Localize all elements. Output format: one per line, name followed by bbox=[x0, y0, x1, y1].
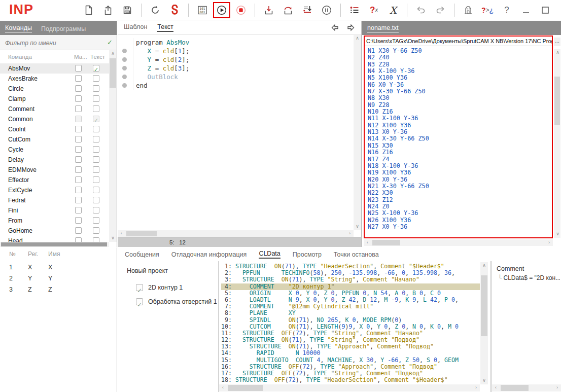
redo-button[interactable] bbox=[432, 2, 449, 18]
text-checkbox[interactable] bbox=[93, 75, 99, 82]
project-tree-root[interactable]: Новый проект bbox=[127, 267, 168, 274]
scroll-down-icon[interactable]: ∨ bbox=[354, 223, 361, 230]
cldata-horizontal-scrollbar[interactable]: ‹ › bbox=[219, 384, 480, 391]
command-row[interactable]: Circle bbox=[0, 84, 109, 94]
machine-button[interactable] bbox=[460, 2, 477, 18]
step-over-button[interactable] bbox=[279, 2, 297, 18]
macro-checkbox[interactable] bbox=[75, 126, 82, 132]
code-line[interactable]: OutBlock bbox=[118, 73, 354, 81]
scroll-thumb[interactable] bbox=[501, 385, 529, 391]
macro-checkbox[interactable] bbox=[75, 146, 82, 153]
new-document-button[interactable] bbox=[80, 2, 97, 18]
help-button[interactable]: ? bbox=[498, 2, 515, 18]
close-button[interactable] bbox=[556, 2, 561, 18]
watch-horizontal-scrollbar[interactable]: ‹ › bbox=[492, 384, 561, 391]
syntax-help-button[interactable]: ?>¿ bbox=[479, 2, 496, 18]
scroll-right-icon[interactable]: › bbox=[346, 230, 354, 237]
left-tab-0[interactable]: Команды bbox=[5, 24, 32, 32]
operation-checkbox[interactable] bbox=[136, 284, 143, 291]
evaluate-expression-button[interactable]: ?x bbox=[365, 2, 382, 18]
command-row[interactable]: AbsMov bbox=[0, 63, 109, 74]
text-checkbox[interactable] bbox=[93, 146, 99, 153]
scroll-track[interactable] bbox=[554, 56, 560, 231]
cldata-listing[interactable]: 1: STRUCTURE ON(71), TYPE "HeaderSection… bbox=[221, 263, 480, 384]
scroll-thumb[interactable] bbox=[110, 58, 116, 88]
command-row[interactable]: ExtCycle bbox=[0, 185, 109, 195]
macro-checkbox[interactable] bbox=[75, 187, 82, 193]
command-row[interactable]: From bbox=[0, 216, 109, 226]
command-row[interactable]: Cycle bbox=[0, 145, 109, 155]
scroll-thumb[interactable] bbox=[481, 275, 487, 336]
macro-checkbox[interactable] bbox=[75, 176, 82, 183]
reload-button[interactable] bbox=[147, 2, 164, 18]
command-row[interactable]: Delay bbox=[0, 155, 109, 165]
macro-checkbox[interactable] bbox=[75, 136, 82, 142]
command-row[interactable]: CutCom bbox=[0, 134, 109, 145]
undo-button[interactable] bbox=[412, 2, 430, 18]
template-code-editor[interactable]: program AbsMov X = cld[1]; Y = cld[2]; Z… bbox=[118, 35, 354, 230]
filter-input[interactable]: Фильтр по имени bbox=[0, 40, 56, 47]
project-tree-item[interactable]: Обработка отверстий 1 bbox=[136, 295, 216, 309]
command-row[interactable]: Head bbox=[0, 236, 109, 242]
operation-checkbox[interactable] bbox=[136, 298, 143, 305]
scroll-left-icon[interactable]: ‹ bbox=[364, 239, 371, 246]
command-row[interactable]: Comment bbox=[0, 104, 109, 114]
macro-checkbox[interactable] bbox=[75, 75, 82, 82]
macro-checkbox[interactable] bbox=[75, 166, 82, 173]
text-checkbox[interactable] bbox=[93, 126, 99, 132]
text-checkbox[interactable] bbox=[93, 217, 99, 224]
scroll-up-icon[interactable]: ∧ bbox=[109, 50, 117, 57]
command-row[interactable]: Effector bbox=[0, 175, 109, 185]
debug-tab-2[interactable]: CLData bbox=[259, 250, 280, 259]
scroll-thumb[interactable] bbox=[554, 77, 560, 125]
code-line[interactable]: end bbox=[118, 81, 354, 90]
scroll-track[interactable] bbox=[227, 384, 472, 391]
code-line[interactable]: program AbsMov bbox=[118, 38, 354, 47]
macro-checkbox[interactable] bbox=[75, 85, 82, 92]
macro-checkbox[interactable] bbox=[75, 65, 82, 72]
scroll-track[interactable] bbox=[480, 269, 488, 377]
editor-tab-0[interactable]: Шаблон bbox=[124, 23, 147, 32]
macro-checkbox[interactable] bbox=[75, 105, 82, 112]
scroll-track[interactable] bbox=[354, 42, 361, 223]
editor-horizontal-scrollbar[interactable]: ‹ › bbox=[118, 230, 354, 237]
scroll-right-icon[interactable]: › bbox=[545, 239, 553, 246]
editor-tab-1[interactable]: Текст bbox=[157, 23, 173, 32]
text-checkbox[interactable] bbox=[93, 237, 99, 242]
scroll-thumb[interactable] bbox=[126, 231, 157, 236]
binary-code-button[interactable]: 101001 bbox=[194, 2, 211, 18]
register-row[interactable]: 2YY bbox=[0, 273, 117, 284]
text-checkbox[interactable] bbox=[93, 136, 99, 142]
sprutcam-logo-button[interactable] bbox=[166, 2, 183, 18]
filter-apply-icon[interactable]: ✓ bbox=[107, 35, 113, 50]
browse-path-button[interactable]: ... bbox=[554, 38, 560, 46]
code-line[interactable]: Y = cld[2]; bbox=[118, 55, 354, 64]
macro-checkbox[interactable] bbox=[75, 237, 82, 242]
scroll-thumb[interactable] bbox=[228, 385, 263, 391]
text-checkbox[interactable] bbox=[93, 197, 99, 203]
scroll-down-icon[interactable]: ∨ bbox=[109, 235, 117, 242]
cldata-vertical-scrollbar[interactable]: ∧ ∨ bbox=[480, 262, 488, 384]
scroll-left-icon[interactable]: ‹ bbox=[118, 230, 125, 237]
command-row[interactable]: Fedrat bbox=[0, 195, 109, 205]
scroll-up-icon[interactable]: ∧ bbox=[480, 262, 488, 269]
text-checkbox[interactable] bbox=[93, 95, 99, 102]
command-row[interactable]: Fini bbox=[0, 205, 109, 216]
commands-vertical-scrollbar[interactable]: ∧ ∨ bbox=[109, 50, 117, 242]
debug-tab-1[interactable]: Отладочная информация bbox=[171, 251, 247, 258]
scroll-track[interactable] bbox=[125, 230, 346, 237]
run-to-cursor-button[interactable] bbox=[299, 2, 316, 18]
debug-tab-0[interactable]: Сообщения bbox=[125, 251, 159, 258]
command-row[interactable]: GoHome bbox=[0, 226, 109, 236]
register-row[interactable]: 1XX bbox=[0, 262, 117, 273]
scroll-track[interactable] bbox=[371, 239, 545, 246]
scroll-left-icon[interactable]: ‹ bbox=[492, 384, 500, 391]
project-tree-item[interactable]: 2D контур 1 bbox=[136, 280, 216, 295]
command-row[interactable]: AxesBrake bbox=[0, 74, 109, 84]
code-line[interactable]: Z = cld[3]; bbox=[118, 64, 354, 73]
nc-vertical-scrollbar[interactable]: ∧ ∨ bbox=[554, 49, 560, 238]
nc-file-path[interactable]: C:\Users\xTAGx\OneDrive\Документы\SprutC… bbox=[365, 37, 552, 46]
variables-button[interactable]: X bbox=[384, 2, 402, 18]
text-checkbox[interactable] bbox=[93, 227, 99, 234]
text-checkbox[interactable] bbox=[93, 176, 99, 183]
